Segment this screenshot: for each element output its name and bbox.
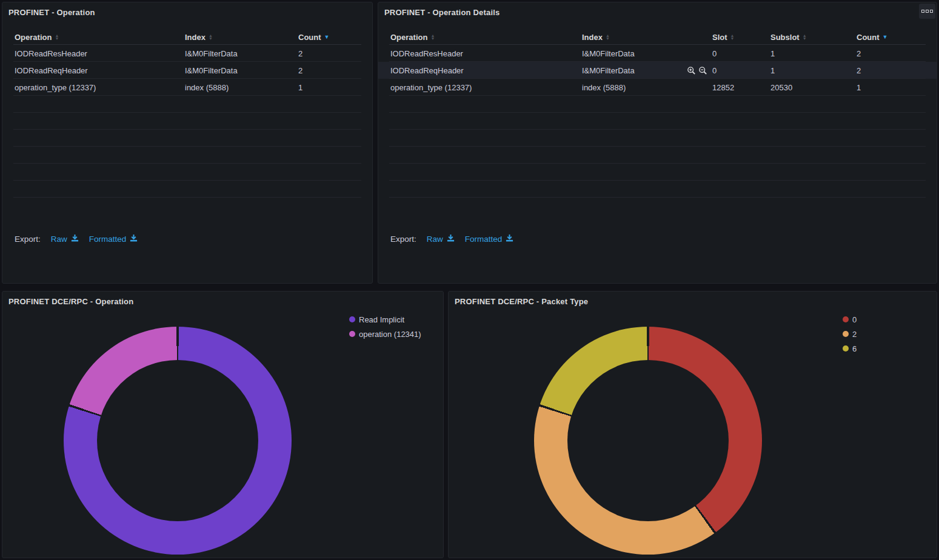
column-header-label: Operation	[390, 33, 427, 42]
column-header-label: Count	[298, 33, 321, 42]
table-cell: IODReadReqHeader	[15, 66, 185, 75]
table-cell: operation_type (12337)	[15, 83, 185, 92]
cell-value: IODReadResHeader	[390, 49, 463, 58]
row-zoom-actions[interactable]	[687, 66, 707, 75]
legend-item[interactable]: Read Implicit	[349, 314, 421, 325]
cell-value: 2	[298, 49, 302, 58]
table-cell: index (5888)	[185, 83, 298, 92]
sort-icon: ▲▼	[430, 35, 435, 40]
table-row[interactable]: IODReadResHeaderI&M0FilterData2	[2, 45, 372, 62]
table-cell: I&M0FilterData	[582, 66, 712, 75]
legend-swatch	[349, 331, 355, 337]
table-cell: 0	[712, 49, 770, 58]
legend-swatch	[843, 331, 849, 337]
donut-chart-operation[interactable]	[64, 327, 292, 555]
cell-value: 1	[770, 66, 775, 75]
sort-desc-icon: ▼	[324, 35, 330, 40]
column-header-label: Count	[857, 33, 880, 42]
table-empty-row	[378, 113, 937, 130]
legend-swatch	[843, 316, 849, 322]
table-cell: 0	[712, 66, 770, 75]
table-cell: IODReadResHeader	[390, 49, 582, 58]
table-empty-row	[2, 147, 372, 164]
column-header-subslot[interactable]: Subslot▲▼	[770, 33, 857, 42]
table-row[interactable]: IODReadResHeaderI&M0FilterData012	[378, 45, 937, 62]
panel-title: PROFINET - Operation	[8, 8, 95, 17]
table-row[interactable]: operation_type (12337)index (5888)128522…	[378, 79, 937, 96]
legend-item[interactable]: operation (12341)	[349, 328, 421, 339]
download-icon	[71, 234, 79, 244]
column-header-label: Subslot	[770, 33, 800, 42]
table-empty-row	[2, 96, 372, 113]
dashboard: PROFINET - Operation Operation▲▼Index▲▼C…	[0, 0, 939, 560]
sort-icon: ▲▼	[606, 35, 610, 40]
column-header-label: Operation	[15, 33, 52, 42]
sort-desc-icon: ▼	[883, 35, 888, 40]
menu-dot	[921, 10, 924, 13]
cell-value: 2	[857, 66, 861, 75]
table-cell: I&M0FilterData	[582, 49, 712, 58]
column-header-slot[interactable]: Slot▲▼	[712, 33, 770, 42]
cell-value: IODReadReqHeader	[15, 66, 88, 75]
legend-item[interactable]: 2	[843, 328, 857, 339]
panel-menu-button[interactable]	[919, 4, 935, 19]
donut-chart-packet-type[interactable]	[534, 327, 762, 555]
operation-table: Operation▲▼Index▲▼Count▼IODReadResHeader…	[2, 30, 372, 198]
table-empty-row	[2, 181, 372, 198]
export-formatted-link[interactable]: Formatted	[465, 234, 514, 244]
table-cell: I&M0FilterData	[185, 66, 298, 75]
column-header-operation[interactable]: Operation▲▼	[15, 33, 185, 42]
table-empty-row	[2, 130, 372, 147]
table-cell: 2	[298, 66, 361, 75]
sort-icon: ▲▼	[730, 35, 735, 40]
table-cell: 1	[770, 66, 857, 75]
table-cell: index (5888)	[582, 83, 712, 92]
table-row[interactable]: IODReadReqHeaderI&M0FilterData 012	[378, 62, 937, 79]
column-header-count[interactable]: Count▼	[857, 33, 926, 42]
column-header-operation[interactable]: Operation▲▼	[390, 33, 582, 42]
export-raw-link[interactable]: Raw	[427, 234, 455, 244]
column-header-index[interactable]: Index▲▼	[185, 33, 298, 42]
legend-label: 0	[852, 315, 857, 324]
zoom-in-icon[interactable]	[687, 66, 696, 75]
table-header-row: Operation▲▼Index▲▼Slot▲▼Subslot▲▼Count▼	[378, 30, 937, 45]
cell-value: 1	[857, 83, 861, 92]
column-header-count[interactable]: Count▼	[298, 33, 361, 42]
legend-item[interactable]: 6	[843, 343, 857, 354]
cell-value: 2	[298, 66, 302, 75]
zoom-out-icon[interactable]	[698, 66, 707, 75]
table-row[interactable]: IODReadReqHeaderI&M0FilterData2	[2, 62, 372, 79]
legend-label: operation (12341)	[359, 330, 421, 339]
cell-value: I&M0FilterData	[582, 66, 635, 75]
table-cell: operation_type (12337)	[390, 83, 582, 92]
cell-value: 1	[770, 49, 775, 58]
table-empty-row	[2, 164, 372, 181]
column-header-index[interactable]: Index▲▼	[582, 33, 712, 42]
table-cell: 1	[857, 83, 926, 92]
cell-value: 12852	[712, 83, 734, 92]
export-raw-link[interactable]: Raw	[51, 234, 79, 244]
panel-dcerpc-packet-type: PROFINET DCE/RPC - Packet Type 026	[448, 291, 937, 558]
export-row: Export: Raw Formatted	[390, 234, 513, 244]
chart-legend: 026	[843, 314, 857, 354]
table-row[interactable]: operation_type (12337)index (5888)1	[2, 79, 372, 96]
sort-icon: ▲▼	[803, 35, 807, 40]
table-empty-row	[378, 96, 937, 113]
table-cell: 2	[857, 66, 926, 75]
table-empty-row	[378, 164, 937, 181]
column-header-label: Index	[582, 33, 603, 42]
legend-item[interactable]: 0	[843, 314, 857, 325]
panel-title: PROFINET DCE/RPC - Packet Type	[455, 297, 588, 306]
cell-value: 0	[712, 49, 717, 58]
chart-legend: Read Implicitoperation (12341)	[349, 314, 421, 339]
table-cell: 2	[298, 49, 361, 58]
export-formatted-link[interactable]: Formatted	[89, 234, 138, 244]
sort-icon: ▲▼	[209, 35, 213, 40]
download-icon	[130, 234, 138, 244]
legend-label: 2	[852, 330, 857, 339]
cell-value: 1	[298, 83, 302, 92]
table-empty-row	[2, 113, 372, 130]
export-label: Export:	[390, 235, 416, 244]
cell-value: index (5888)	[582, 83, 626, 92]
table-empty-row	[378, 147, 937, 164]
